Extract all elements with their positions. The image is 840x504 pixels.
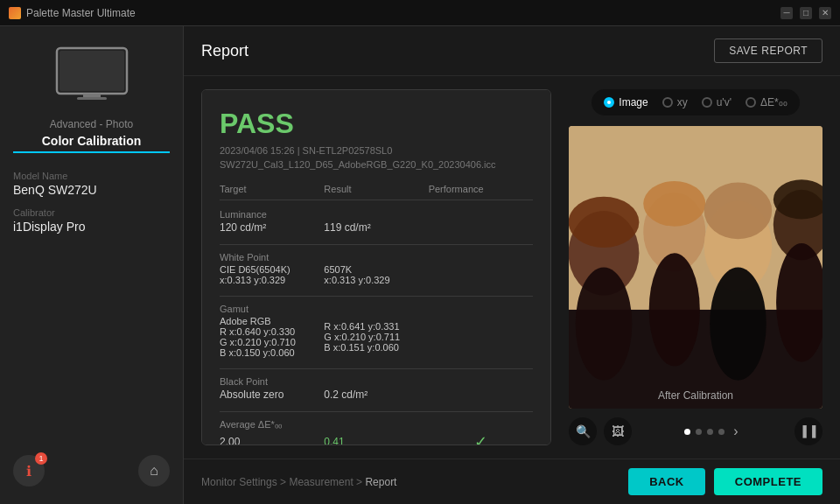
row-values-whitepoint: CIE D65(6504K)x:0.313 y:0.329 6507Kx:0.3… <box>220 264 533 285</box>
row-label-luminance: Luminance <box>220 209 533 220</box>
info-icon: ℹ <box>26 463 32 480</box>
save-report-button[interactable]: SAVE REPORT <box>714 38 822 63</box>
dot-3[interactable] <box>707 429 713 435</box>
report-table: Target Result Performance Luminance 120 … <box>220 184 533 445</box>
breadcrumb-report: Report <box>365 476 396 488</box>
sidebar-menu-item[interactable]: Color Calibration <box>13 134 170 153</box>
nav-next-arrow[interactable]: › <box>730 424 741 439</box>
info-button[interactable]: ℹ 1 <box>13 455 45 486</box>
content-area: Report SAVE REPORT PASS 2023/04/06 15:26… <box>184 26 840 504</box>
breadcrumb: Monitor Settings > Measurement > Report <box>201 476 396 488</box>
table-row: White Point CIE D65(6504K)x:0.313 y:0.32… <box>220 252 533 285</box>
content-header: Report SAVE REPORT <box>184 26 840 76</box>
sidebar-subtitle: Advanced - Photo <box>50 118 133 130</box>
breadcrumb-measurement: Measurement > <box>289 476 365 488</box>
row-label-avg-de: Average ΔE*₀₀ <box>220 419 533 430</box>
model-value: BenQ SW272U <box>13 183 97 197</box>
split-view-icon: ▌▐ <box>802 425 814 438</box>
tab-xy[interactable]: xy <box>662 96 688 108</box>
sidebar: Advanced - Photo Color Calibration Model… <box>0 26 184 504</box>
image-display: After Calibration <box>569 126 822 409</box>
titlebar: Palette Master Ultimate ─ □ ✕ <box>0 0 840 26</box>
calibration-photo <box>569 126 822 409</box>
maximize-button[interactable]: □ <box>800 7 812 19</box>
svg-point-11 <box>710 268 766 381</box>
radio-image <box>604 97 614 108</box>
content-footer: Monitor Settings > Measurement > Report … <box>184 458 840 504</box>
tab-de[interactable]: ΔE*₀₀ <box>746 96 788 108</box>
gamut-target: Adobe RGBR x:0.640 y:0.330G x:0.210 y:0.… <box>220 316 324 358</box>
minimize-button[interactable]: ─ <box>780 7 793 19</box>
tab-de-label: ΔE*₀₀ <box>760 96 788 108</box>
tab-uv-label: u'v' <box>717 96 732 108</box>
tab-image-label: Image <box>619 96 648 108</box>
table-row: Gamut Adobe RGBR x:0.640 y:0.330G x:0.21… <box>220 304 533 358</box>
breadcrumb-monitor: Monitor Settings > <box>201 476 289 488</box>
dot-2[interactable] <box>696 429 702 435</box>
svg-rect-1 <box>60 51 124 91</box>
divider <box>220 296 533 297</box>
avg-de-result: 0.41 <box>324 436 428 445</box>
tab-uv[interactable]: u'v' <box>702 96 732 108</box>
dot-4[interactable] <box>718 429 724 435</box>
home-icon: ⌂ <box>150 463 158 479</box>
col-result: Result <box>324 184 428 194</box>
row-values-blackpoint: Absolute zero 0.2 cd/m² <box>220 388 533 401</box>
radio-uv <box>702 97 712 108</box>
divider <box>220 368 533 369</box>
whitepoint-result: 6507Kx:0.313 y:0.329 <box>324 264 428 285</box>
tab-xy-label: xy <box>677 96 688 108</box>
home-button[interactable]: ⌂ <box>138 455 170 486</box>
row-values-gamut: Adobe RGBR x:0.640 y:0.330G x:0.210 y:0.… <box>220 316 533 358</box>
svg-point-9 <box>649 253 700 366</box>
row-values-luminance: 120 cd/m² 119 cd/m² <box>220 221 533 234</box>
checkmark-icon: ✓ <box>474 432 487 445</box>
avg-de-perf: ✓ <box>429 432 533 445</box>
app-title: Palette Master Ultimate <box>26 7 136 19</box>
image-controls: 🔍 🖼 › ▌▐ <box>569 417 822 445</box>
row-label-blackpoint: Black Point <box>220 376 533 387</box>
dot-navigation: › <box>684 424 741 439</box>
row-label-gamut: Gamut <box>220 304 533 314</box>
notification-badge: 1 <box>35 452 47 465</box>
split-view-button[interactable]: ▌▐ <box>794 417 822 445</box>
svg-rect-3 <box>77 97 107 100</box>
view-tabs: Image xy u'v' ΔE*₀₀ <box>592 89 799 116</box>
col-performance: Performance <box>429 184 533 194</box>
footer-buttons: BACK COMPLETE <box>628 468 822 495</box>
report-card: PASS 2023/04/06 15:26 | SN-ETL2P02578SL0… <box>201 89 551 445</box>
row-label-whitepoint: White Point <box>220 252 533 262</box>
zoom-button[interactable]: 🔍 <box>569 417 597 445</box>
titlebar-controls[interactable]: ─ □ ✕ <box>780 7 831 19</box>
calibrator-value: i1Display Pro <box>13 220 85 234</box>
gamut-result: R x:0.641 y:0.331G x:0.210 y:0.711B x:0.… <box>324 321 428 353</box>
table-row: Luminance 120 cd/m² 119 cd/m² <box>220 209 533 234</box>
tab-image[interactable]: Image <box>604 96 648 108</box>
back-button[interactable]: BACK <box>628 468 705 495</box>
divider <box>220 244 533 245</box>
content-body: PASS 2023/04/06 15:26 | SN-ETL2P02578SL0… <box>184 76 840 458</box>
sidebar-footer: ℹ 1 ⌂ <box>13 446 170 486</box>
avg-de-target: 2.00 <box>220 436 324 445</box>
image-label: After Calibration <box>658 389 733 402</box>
report-meta: 2023/04/06 15:26 | SN-ETL2P02578SL0 <box>220 145 533 156</box>
zoom-icon: 🔍 <box>576 424 591 438</box>
col-target: Target <box>220 184 324 194</box>
close-button[interactable]: ✕ <box>819 7 831 19</box>
main-layout: Advanced - Photo Color Calibration Model… <box>0 26 840 504</box>
image-controls-left: 🔍 🖼 <box>569 417 632 445</box>
divider <box>220 411 533 412</box>
pass-status: PASS <box>220 108 533 140</box>
model-label: Model Name <box>13 171 67 181</box>
calibrator-label: Calibrator <box>13 207 55 218</box>
titlebar-left: Palette Master Ultimate <box>9 7 136 19</box>
image-mode-button[interactable]: 🖼 <box>604 417 632 445</box>
right-panel: Image xy u'v' ΔE*₀₀ <box>569 89 822 445</box>
dot-1[interactable] <box>684 429 690 435</box>
whitepoint-target: CIE D65(6504K)x:0.313 y:0.329 <box>220 264 324 285</box>
blackpoint-target: Absolute zero <box>220 388 324 401</box>
svg-point-14 <box>569 197 639 248</box>
report-file: SW272U_Cal3_L120_D65_AdobeRGB_G220_K0_20… <box>220 159 533 170</box>
complete-button[interactable]: COMPLETE <box>714 468 822 495</box>
app-icon <box>9 7 21 19</box>
